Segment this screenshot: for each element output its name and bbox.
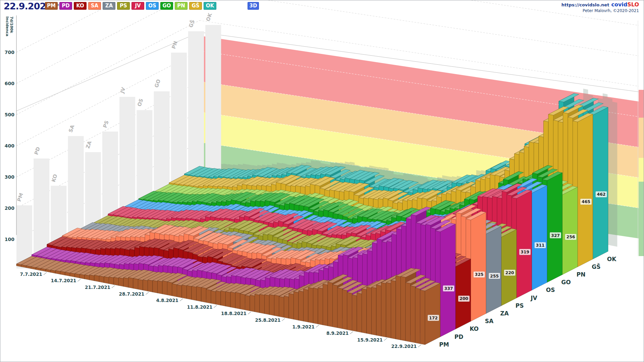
ribbon-face-PM — [80, 274, 85, 279]
legend-region-button-KO[interactable]: KO — [74, 2, 87, 10]
chart-text: 700 — [5, 50, 14, 55]
ribbon-face-PM — [347, 293, 352, 331]
rightwall-strip — [639, 158, 644, 182]
ribbon-face-PM — [357, 293, 362, 333]
ribbon-face-PM — [425, 283, 440, 345]
3d-incidence-chart[interactable]: PMPDKOSAZAPSJVOSGOPNGŠOK1002003004005006… — [0, 0, 644, 362]
ribbon-face-PM — [114, 277, 119, 286]
date-tick-mark — [44, 273, 47, 275]
rightwall-strip — [639, 182, 644, 256]
ribbon-face-PM — [323, 284, 328, 326]
ribbon-face-PM — [99, 276, 104, 283]
chart-text: SA — [67, 124, 75, 133]
ribbon-face-PM — [90, 275, 95, 281]
ribbon-face-PM — [265, 295, 270, 315]
chart-text: KO — [50, 173, 58, 183]
chart-text: OS — [546, 287, 555, 293]
chart-text: 18.8.2021 — [221, 311, 247, 316]
app-window: 22.9.2021sre PMPDKOSAZAPSJVOSGOPNGŠOK 3D… — [0, 0, 644, 362]
ribbon-face-PM — [177, 285, 182, 298]
ribbon-face-SA — [471, 212, 486, 321]
ribbon-face-PM — [216, 291, 221, 305]
chart-text: 28.7.2021 — [119, 291, 144, 297]
chart-text: OK — [607, 256, 616, 262]
chart-text: SA — [485, 318, 494, 324]
ribbon-face-PD — [440, 224, 456, 337]
chart-text: 4.8.2021 — [156, 298, 178, 303]
legend-region-button-GŠ[interactable]: GŠ — [189, 2, 202, 10]
legend-region-button-OS[interactable]: OS — [146, 2, 159, 10]
date-tick-mark — [112, 286, 115, 288]
date-tick-mark — [180, 299, 183, 301]
chart-text: 600 — [5, 81, 14, 86]
ribbon-face-PM — [240, 294, 245, 310]
ribbon-face-PM — [172, 284, 177, 297]
chart-text: 337 — [444, 286, 453, 291]
legend-region-button-PN[interactable]: PN — [175, 2, 187, 10]
chart-text: JV — [530, 295, 537, 301]
ribbon-face-PM — [299, 291, 304, 321]
chart-text: PM — [439, 341, 449, 348]
site-url-link[interactable]: https://covidslo.net — [561, 2, 609, 7]
rightwall-strip — [639, 20, 644, 90]
y-axis-title: 7d/100kIncidenca — [5, 16, 14, 36]
ribbon-face-PM — [420, 290, 425, 345]
ribbon-face-PM — [260, 294, 265, 314]
ribbon-face-PN — [562, 187, 578, 275]
ribbon-face-PM — [148, 280, 153, 292]
3d-toggle-button[interactable]: 3D — [248, 2, 259, 10]
chart-text: 22.9.2021 — [391, 344, 417, 349]
chart-text: 100 — [5, 237, 14, 242]
ribbon-face-PM — [337, 288, 342, 329]
chart-text: 220 — [505, 270, 514, 275]
ribbon-face-PM — [245, 295, 250, 311]
ribbon-face-PM — [197, 287, 202, 302]
legend-region-button-PD[interactable]: PD — [59, 2, 72, 10]
ribbon-face-PM — [128, 278, 133, 289]
ribbon-face-PM — [401, 277, 406, 341]
chart-text: 300 — [5, 174, 14, 180]
chart-text: 11.8.2021 — [187, 304, 212, 310]
legend-region-button-SA[interactable]: SA — [88, 2, 101, 10]
chart-text: 327 — [551, 233, 560, 238]
ribbon-face-ZA — [486, 226, 501, 313]
ribbon-face-PM — [289, 294, 294, 319]
legend-region-button-GO[interactable]: GO — [160, 2, 173, 10]
ribbon-face-GŠ — [578, 114, 593, 267]
ribbon-face-PM — [318, 288, 323, 325]
chart-text: KO — [470, 325, 479, 332]
ribbon-face-PM — [274, 295, 279, 316]
ribbon-face-PM — [192, 286, 197, 301]
legend-region-button-PS[interactable]: PS — [117, 2, 130, 10]
ribbon-face-PM — [284, 296, 289, 318]
chart-text: JV — [119, 86, 127, 94]
site-credit-block: https://covidslo.netcovidSLO Peter Malov… — [561, 2, 639, 14]
legend-region-button-OK[interactable]: OK — [204, 2, 216, 10]
legend-region-button-JV[interactable]: JV — [131, 2, 144, 10]
ribbon-face-PM — [406, 283, 411, 342]
chart-text: GO — [561, 279, 571, 286]
chart-text: PM — [16, 192, 24, 202]
chart-text: 7.7.2021 — [20, 272, 42, 277]
ribbon-face-PM — [187, 286, 192, 300]
logo-slo: SLO — [627, 1, 639, 8]
site-logo: covidSLO — [611, 1, 639, 8]
chart-text: GŠ — [592, 263, 600, 270]
ribbon-face-PS — [501, 229, 517, 306]
legend-region-button-ZA[interactable]: ZA — [103, 2, 115, 10]
ribbon-face-PM — [143, 280, 148, 291]
chart-text: ZA — [500, 310, 509, 317]
date-tick-mark — [248, 312, 251, 314]
legend-region-button-PM[interactable]: PM — [45, 2, 58, 10]
chart-text: 255 — [490, 274, 499, 279]
chart-text: PS — [516, 302, 524, 309]
ribbon-face-PM — [182, 285, 187, 299]
ribbon-face-PM — [391, 281, 396, 339]
chart-text: PS — [102, 120, 110, 128]
ribbon-face-PM — [328, 282, 333, 327]
chart-text: 200 — [460, 296, 468, 301]
ribbon-face-PM — [411, 286, 416, 343]
chart-text: 1.9.2021 — [292, 324, 315, 329]
ribbon-face-PM — [211, 291, 216, 304]
ribbon-face-PM — [235, 292, 240, 309]
